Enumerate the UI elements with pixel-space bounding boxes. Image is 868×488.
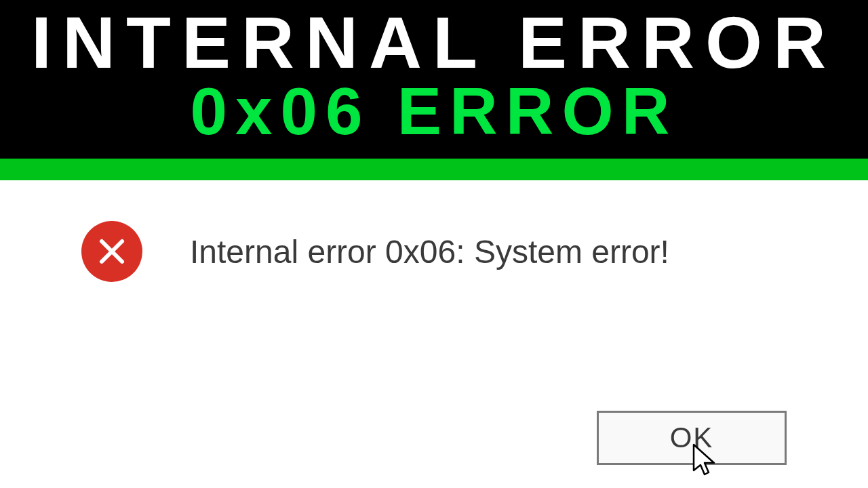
banner-title-line-2: 0x06 ERROR: [12, 77, 856, 146]
dialog-message: Internal error 0x06: System error!: [190, 233, 669, 270]
dialog-content: Internal error 0x06: System error!: [0, 180, 868, 282]
banner-title-line-1: INTERNAL ERROR: [12, 4, 856, 81]
ok-button[interactable]: OK: [597, 411, 787, 465]
dialog-button-row: OK: [597, 411, 787, 465]
title-banner: INTERNAL ERROR 0x06 ERROR: [0, 0, 868, 159]
accent-bar: [0, 159, 868, 180]
error-dialog: Internal error 0x06: System error! OK: [0, 180, 868, 488]
error-icon: [81, 221, 142, 282]
